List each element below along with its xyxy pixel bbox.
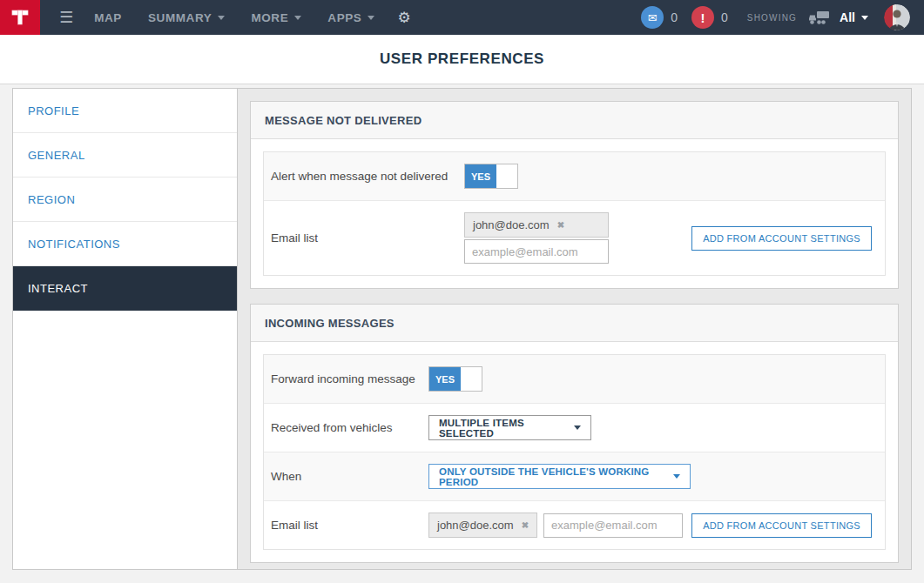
toggle-yes-label: YES bbox=[465, 164, 496, 188]
fleet-filter-value: All bbox=[840, 10, 855, 24]
email-list-controls: john@doe.com ✖ bbox=[464, 212, 609, 264]
page-title: USER PREFERENCES bbox=[380, 50, 544, 68]
email-chip: john@doe.com ✖ bbox=[428, 513, 537, 538]
sidebar-item-interact[interactable]: INTERACT bbox=[13, 266, 237, 311]
nav-label: APPS bbox=[327, 11, 361, 24]
nav-item-apps[interactable]: APPS bbox=[327, 11, 374, 24]
chevron-down-icon bbox=[368, 16, 374, 20]
messages-icon[interactable]: ✉ bbox=[641, 6, 664, 29]
setting-label: Email list bbox=[271, 231, 464, 245]
chevron-down-icon bbox=[861, 16, 868, 20]
when-dropdown[interactable]: ONLY OUTSIDE THE VEHICLE'S WORKING PERIO… bbox=[428, 464, 691, 489]
panel-body: Forward incoming message YES Received fr… bbox=[251, 342, 898, 562]
vehicle-truck-icon bbox=[807, 10, 831, 25]
top-navbar: ☰ MAP SUMMARY MORE APPS ⚙ ✉ 0 ! 0 SHOWIN… bbox=[0, 0, 924, 35]
preferences-wrapper: PROFILE GENERAL REGION NOTIFICATIONS INT… bbox=[12, 88, 912, 570]
panel-message-not-delivered: MESSAGE NOT DELIVERED Alert when message… bbox=[250, 101, 899, 289]
page-header: USER PREFERENCES bbox=[0, 35, 924, 84]
email-chip-text: john@doe.com bbox=[473, 218, 550, 231]
nav-item-summary[interactable]: SUMMARY bbox=[148, 11, 225, 24]
hamburger-menu-icon[interactable]: ☰ bbox=[59, 8, 73, 27]
panel-title: INCOMING MESSAGES bbox=[265, 317, 395, 330]
setting-row-received-from: Received from vehicles MULTIPLE ITEMS SE… bbox=[264, 403, 885, 452]
preferences-sidebar: PROFILE GENERAL REGION NOTIFICATIONS INT… bbox=[13, 89, 238, 569]
panel-incoming-messages: INCOMING MESSAGES Forward incoming messa… bbox=[250, 304, 899, 563]
email-chip: john@doe.com ✖ bbox=[464, 212, 609, 238]
nav-item-map[interactable]: MAP bbox=[94, 11, 122, 24]
forward-incoming-toggle[interactable]: YES bbox=[428, 366, 482, 392]
email-chip-text: john@doe.com bbox=[437, 519, 514, 532]
email-input[interactable] bbox=[464, 239, 609, 264]
setting-label: Received from vehicles bbox=[271, 421, 428, 434]
remove-email-icon[interactable]: ✖ bbox=[522, 520, 529, 530]
nav-label: MORE bbox=[251, 11, 288, 24]
dropdown-value: MULTIPLE ITEMS SELECTED bbox=[439, 418, 562, 439]
panel-header: MESSAGE NOT DELIVERED bbox=[251, 102, 898, 139]
panel-header: INCOMING MESSAGES bbox=[251, 305, 898, 342]
page-body: PROFILE GENERAL REGION NOTIFICATIONS INT… bbox=[0, 84, 924, 570]
nav-label: SUMMARY bbox=[148, 11, 212, 24]
add-from-account-settings-button[interactable]: ADD FROM ACCOUNT SETTINGS bbox=[691, 226, 872, 251]
alert-not-delivered-toggle[interactable]: YES bbox=[464, 164, 518, 189]
sidebar-item-notifications[interactable]: NOTIFICATIONS bbox=[13, 222, 237, 266]
setting-label: When bbox=[271, 470, 428, 483]
alerts-icon[interactable]: ! bbox=[691, 6, 714, 29]
alerts-count: 0 bbox=[721, 10, 728, 24]
panel-body: Alert when message not delivered YES Ema… bbox=[251, 139, 898, 288]
sidebar-item-region[interactable]: REGION bbox=[13, 178, 237, 222]
chevron-down-icon bbox=[673, 474, 680, 479]
settings-group: Alert when message not delivered YES Ema… bbox=[263, 151, 886, 276]
email-input[interactable] bbox=[543, 513, 683, 538]
setting-row-email-list: Email list john@doe.com ✖ ADD FROM ACCOU… bbox=[264, 200, 885, 275]
main-nav: MAP SUMMARY MORE APPS bbox=[94, 11, 374, 24]
nav-item-more[interactable]: MORE bbox=[251, 11, 301, 24]
setting-label: Alert when message not delivered bbox=[271, 170, 464, 183]
dropdown-value: ONLY OUTSIDE THE VEHICLE'S WORKING PERIO… bbox=[439, 466, 661, 487]
chevron-down-icon bbox=[574, 426, 581, 430]
nav-label: MAP bbox=[94, 11, 122, 24]
chevron-down-icon bbox=[294, 16, 301, 20]
setting-label: Forward incoming message bbox=[271, 372, 428, 385]
remove-email-icon[interactable]: ✖ bbox=[557, 220, 564, 230]
brand-t-icon bbox=[9, 6, 31, 29]
showing-label: SHOWING bbox=[747, 13, 797, 23]
avatar-image bbox=[884, 4, 910, 30]
user-avatar[interactable] bbox=[884, 4, 910, 30]
toggle-yes-label: YES bbox=[429, 367, 461, 391]
settings-group: Forward incoming message YES Received fr… bbox=[263, 354, 886, 550]
panel-title: MESSAGE NOT DELIVERED bbox=[265, 114, 422, 127]
settings-gear-icon[interactable]: ⚙ bbox=[397, 9, 410, 27]
setting-row-alert-toggle: Alert when message not delivered YES bbox=[264, 152, 885, 200]
messages-count: 0 bbox=[671, 10, 678, 24]
email-list-controls: john@doe.com ✖ bbox=[428, 513, 683, 538]
chevron-down-icon bbox=[218, 16, 225, 20]
topbar-right: ✉ 0 ! 0 SHOWING All bbox=[641, 4, 924, 30]
setting-row-forward-toggle: Forward incoming message YES bbox=[264, 355, 885, 403]
sidebar-item-profile[interactable]: PROFILE bbox=[13, 89, 237, 133]
setting-label: Email list bbox=[271, 519, 428, 532]
sidebar-item-general[interactable]: GENERAL bbox=[13, 133, 237, 178]
add-from-account-settings-button[interactable]: ADD FROM ACCOUNT SETTINGS bbox=[691, 513, 872, 538]
setting-row-email-list: Email list john@doe.com ✖ ADD FROM ACCOU… bbox=[264, 500, 885, 549]
app-logo[interactable] bbox=[0, 0, 40, 35]
fleet-filter-dropdown[interactable]: All bbox=[840, 10, 868, 24]
preferences-content: MESSAGE NOT DELIVERED Alert when message… bbox=[238, 89, 911, 569]
setting-row-when: When ONLY OUTSIDE THE VEHICLE'S WORKING … bbox=[264, 452, 885, 500]
received-from-vehicles-dropdown[interactable]: MULTIPLE ITEMS SELECTED bbox=[428, 415, 591, 440]
